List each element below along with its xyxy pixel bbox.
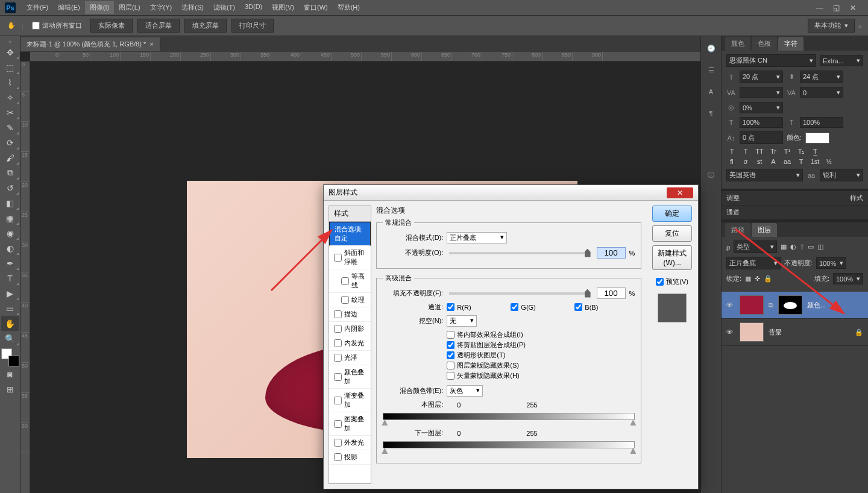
layer-row[interactable]: 👁 背景 🔒	[722, 319, 868, 346]
panel-tab-路径[interactable]: 路径	[725, 223, 750, 237]
fill-opacity-slider[interactable]	[449, 292, 590, 295]
blur-tool[interactable]: ◉	[1, 225, 19, 240]
type-feature-btn[interactable]: ½	[823, 158, 834, 165]
scale-v-input[interactable]: 100%	[740, 117, 783, 128]
lasso-tool[interactable]: ⌇	[1, 75, 19, 90]
close-tab-icon[interactable]: ×	[149, 40, 153, 48]
layer-opacity-input[interactable]: 100%▾	[816, 257, 846, 269]
blend-if-dropdown[interactable]: 灰色▾	[447, 385, 483, 397]
dodge-tool[interactable]: ◐	[1, 240, 19, 256]
history-panel-icon[interactable]: 🕘	[705, 42, 717, 54]
link-icon[interactable]: ⧉	[769, 301, 773, 309]
visibility-icon[interactable]: 👁	[726, 301, 735, 309]
type-feature-btn[interactable]: T	[796, 158, 807, 165]
close-icon[interactable]: ✕	[850, 4, 858, 12]
menu-编辑(E)[interactable]: 编辑(E)	[53, 1, 85, 14]
adv-option-checkbox[interactable]: 将内部效果混合成组(I)	[447, 330, 635, 339]
filter-icon[interactable]: ρ	[726, 243, 730, 251]
style-option[interactable]: 光泽	[329, 351, 371, 365]
style-option[interactable]: 投影	[329, 450, 371, 465]
menu-视图(V)[interactable]: 视图(V)	[267, 1, 299, 14]
text-color-swatch[interactable]	[805, 133, 829, 143]
shape-tool[interactable]: ▭	[1, 301, 19, 316]
layer-thumbnail[interactable]	[740, 295, 764, 315]
antialias-dropdown[interactable]: 锐利▾	[820, 169, 863, 181]
type-style-btn[interactable]: T	[726, 148, 737, 155]
layer-fill-input[interactable]: 100%▾	[833, 273, 863, 284]
document-tab[interactable]: 未标题-1 @ 100% (颜色填充 1, RGB/8) *×	[20, 37, 160, 51]
adv-option-checkbox[interactable]: 图层蒙版隐藏效果(S)	[447, 361, 635, 370]
lock-pixels-icon[interactable]: ▦	[745, 275, 751, 283]
marquee-tool[interactable]: ⬚	[1, 60, 19, 75]
ok-button[interactable]: 确定	[652, 206, 692, 222]
style-option[interactable]: 外发光	[329, 436, 371, 450]
preview-checkbox[interactable]: 预览(V)	[652, 277, 692, 286]
kerning-dropdown[interactable]: ▾	[740, 87, 783, 98]
tracking-dropdown[interactable]: 0▾	[800, 87, 843, 98]
style-option[interactable]: 颜色叠加	[329, 365, 371, 389]
opacity-slider[interactable]	[449, 252, 590, 254]
menu-帮助(H)[interactable]: 帮助(H)	[333, 1, 365, 14]
type-tool[interactable]: T	[1, 271, 19, 286]
move-tool[interactable]: ✥	[1, 45, 19, 60]
healing-brush-tool[interactable]: ⟳	[1, 135, 19, 150]
font-size-dropdown[interactable]: 20 点▾	[740, 71, 783, 83]
adv-option-checkbox[interactable]: 将剪贴图层混合成组(P)	[447, 341, 635, 350]
menu-图层(L)[interactable]: 图层(L)	[114, 1, 145, 14]
type-style-btn[interactable]: T¹	[782, 148, 793, 155]
leading-dropdown[interactable]: 24 点▾	[800, 71, 843, 83]
clone-stamp-tool[interactable]: ⧉	[1, 165, 19, 180]
lock-all-icon[interactable]: 🔒	[764, 275, 772, 283]
adjustments-tab[interactable]: 调整	[726, 193, 740, 203]
channels-tab[interactable]: 通道	[726, 208, 740, 217]
menu-文件(F)[interactable]: 文件(F)	[22, 1, 53, 14]
style-option[interactable]: 等高线	[329, 269, 371, 293]
new-style-button[interactable]: 新建样式(W)...	[652, 245, 692, 270]
type-feature-btn[interactable]: 1st	[810, 158, 820, 165]
filter-shape-icon[interactable]: ▭	[808, 243, 814, 251]
lock-position-icon[interactable]: ✜	[755, 275, 760, 283]
menu-窗口(W)[interactable]: 窗口(W)	[299, 1, 333, 14]
workspace-dropdown[interactable]: 基本功能▾	[808, 19, 855, 33]
type-feature-btn[interactable]: st	[754, 158, 765, 165]
dialog-blend-mode-dropdown[interactable]: 正片叠底▾	[447, 232, 507, 243]
hand-tool-icon[interactable]: ✋	[6, 20, 17, 31]
under-layer-gradient[interactable]	[383, 441, 635, 448]
style-option[interactable]: 图案叠加	[329, 412, 371, 436]
reset-button[interactable]: 复位	[652, 225, 692, 242]
menu-滤镜(T)[interactable]: 滤镜(T)	[209, 1, 240, 14]
panel-menu-icon[interactable]: »	[858, 22, 862, 30]
panel-tab-字符[interactable]: 字符	[778, 37, 804, 51]
menu-选择(S)[interactable]: 选择(S)	[177, 1, 209, 14]
channel-b-checkbox[interactable]: B(B)	[574, 303, 635, 311]
channel-r-checkbox[interactable]: R(R)	[447, 303, 507, 311]
style-option[interactable]: 斜面和浮雕	[329, 246, 371, 269]
magic-wand-tool[interactable]: ✧	[1, 90, 19, 105]
optbar-实际像素[interactable]: 实际像素	[90, 19, 133, 33]
language-dropdown[interactable]: 美国英语▾	[726, 169, 803, 181]
layer-mask-thumbnail[interactable]	[778, 295, 802, 315]
optbar-填充屏幕[interactable]: 填充屏幕	[184, 19, 227, 33]
type-style-btn[interactable]: T	[740, 148, 751, 155]
brush-tool[interactable]: 🖌	[1, 150, 19, 165]
layer-name[interactable]: 颜色...	[807, 301, 863, 310]
channel-g-checkbox[interactable]: G(G)	[511, 303, 571, 311]
history-brush-tool[interactable]: ↺	[1, 180, 19, 195]
gradient-tool[interactable]: ▦	[1, 210, 19, 225]
filter-adj-icon[interactable]: ◐	[790, 243, 796, 251]
adv-option-checkbox[interactable]: 矢量蒙版隐藏效果(H)	[447, 371, 635, 380]
zoom-tool[interactable]: 🔍	[1, 331, 19, 346]
layer-row[interactable]: 👁 ⧉ 颜色...	[722, 292, 868, 319]
menu-图像(I)[interactable]: 图像(I)	[85, 1, 114, 14]
type-feature-btn[interactable]: aa	[782, 158, 793, 165]
fill-opacity-input[interactable]	[597, 287, 626, 299]
baseline-input[interactable]: 0 点	[740, 131, 783, 144]
paragraph-panel-icon[interactable]: ¶	[705, 107, 717, 119]
hand-tool[interactable]: ✋	[1, 316, 19, 331]
this-layer-gradient[interactable]	[383, 413, 635, 420]
type-style-btn[interactable]: T₁	[796, 148, 807, 155]
type-style-btn[interactable]: Tr	[768, 148, 779, 155]
dialog-close-button[interactable]: ✕	[667, 187, 693, 198]
blend-mode-dropdown[interactable]: 正片叠底▾	[726, 257, 781, 269]
type-style-btn[interactable]: T̲	[810, 148, 820, 155]
